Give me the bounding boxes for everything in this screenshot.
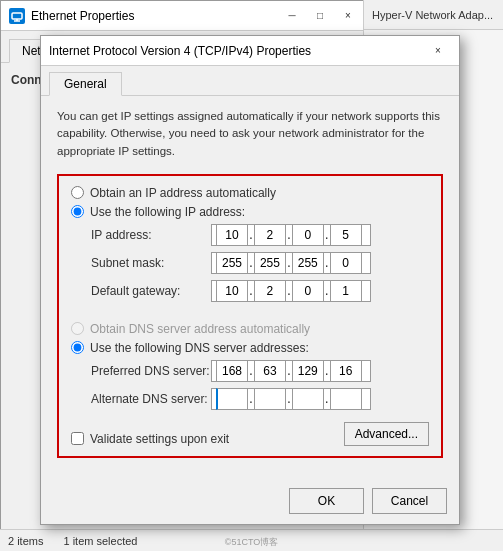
auto-ip-label[interactable]: Obtain an IP address automatically	[90, 186, 276, 200]
gateway-label: Default gateway:	[91, 284, 211, 298]
ipv4-properties-dialog: Internet Protocol Version 4 (TCP/IPv4) P…	[40, 35, 460, 525]
subnet-a-field[interactable]	[216, 252, 248, 274]
tab-general[interactable]: General	[49, 72, 122, 96]
alt-dns-c-field[interactable]	[292, 388, 324, 410]
pref-dns-b-field[interactable]	[254, 360, 286, 382]
preferred-dns-label: Preferred DNS server:	[91, 364, 211, 378]
dialog-buttons: OK Cancel	[289, 488, 447, 514]
ipv4-title-text: Internet Protocol Version 4 (TCP/IPv4) P…	[49, 44, 425, 58]
alt-dns-d-field[interactable]	[330, 388, 362, 410]
auto-ip-radio[interactable]	[71, 186, 84, 199]
ethernet-title-icon	[9, 8, 25, 24]
pref-dns-a-field[interactable]	[216, 360, 248, 382]
manual-ip-radio[interactable]	[71, 205, 84, 218]
ethernet-window-controls: ─ □ ×	[279, 7, 361, 25]
validate-label[interactable]: Validate settings upon exit	[90, 432, 229, 446]
subnet-c-field[interactable]	[292, 252, 324, 274]
ip-b-field[interactable]	[254, 224, 286, 246]
watermark: ©51CTO博客	[0, 536, 503, 549]
pref-dns-c-field[interactable]	[292, 360, 324, 382]
manual-ip-label[interactable]: Use the following IP address:	[90, 205, 245, 219]
gateway-b-field[interactable]	[254, 280, 286, 302]
ethernet-title-text: Ethernet Properties	[31, 9, 279, 23]
subnet-d-field[interactable]	[330, 252, 362, 274]
ipv4-close-button[interactable]: ×	[425, 42, 451, 60]
ethernet-minimize-button[interactable]: ─	[279, 7, 305, 25]
manual-ip-radio-item: Use the following IP address:	[71, 205, 429, 219]
gateway-d-field[interactable]	[330, 280, 362, 302]
gateway-input-group[interactable]: . . .	[211, 280, 371, 302]
advanced-button[interactable]: Advanced...	[344, 422, 429, 446]
ip-d-field[interactable]	[330, 224, 362, 246]
preferred-dns-row: Preferred DNS server: . . .	[71, 360, 429, 382]
divider	[71, 308, 429, 318]
ipv4-content: You can get IP settings assigned automat…	[41, 96, 459, 480]
subnet-mask-row: Subnet mask: . . .	[71, 252, 429, 274]
validate-checkbox[interactable]	[71, 432, 84, 445]
gateway-row: Default gateway: . . .	[71, 280, 429, 302]
manual-dns-radio-item: Use the following DNS server addresses:	[71, 341, 429, 355]
alternate-dns-input-group[interactable]: . . .	[211, 388, 371, 410]
subnet-b-field[interactable]	[254, 252, 286, 274]
ip-address-label: IP address:	[91, 228, 211, 242]
ipv4-titlebar: Internet Protocol Version 4 (TCP/IPv4) P…	[41, 36, 459, 66]
hyperv-title-text: Hyper-V Network Adap...	[372, 9, 493, 21]
auto-ip-radio-item: Obtain an IP address automatically	[71, 186, 429, 200]
ip-c-field[interactable]	[292, 224, 324, 246]
ip-a-field[interactable]	[216, 224, 248, 246]
manual-dns-radio[interactable]	[71, 341, 84, 354]
auto-dns-radio-item: Obtain DNS server address automatically	[71, 322, 429, 336]
ok-button[interactable]: OK	[289, 488, 364, 514]
alternate-dns-label: Alternate DNS server:	[91, 392, 211, 406]
ip-address-row: IP address: . . .	[71, 224, 429, 246]
ethernet-titlebar: Ethernet Properties ─ □ ×	[1, 1, 369, 31]
manual-dns-label[interactable]: Use the following DNS server addresses:	[90, 341, 309, 355]
alt-dns-a-field[interactable]	[216, 388, 248, 410]
ip-address-input-group[interactable]: . . .	[211, 224, 371, 246]
ip-settings-section: Obtain an IP address automatically Use t…	[57, 174, 443, 458]
svg-rect-0	[12, 13, 22, 19]
description-text: You can get IP settings assigned automat…	[57, 108, 443, 160]
ethernet-maximize-button[interactable]: □	[307, 7, 333, 25]
alternate-dns-row: Alternate DNS server: . . .	[71, 388, 429, 410]
ethernet-close-button[interactable]: ×	[335, 7, 361, 25]
dns-section: Obtain DNS server address automatically …	[71, 322, 429, 410]
cancel-button[interactable]: Cancel	[372, 488, 447, 514]
alt-dns-b-field[interactable]	[254, 388, 286, 410]
auto-dns-label[interactable]: Obtain DNS server address automatically	[90, 322, 310, 336]
ipv4-tabs: General	[41, 66, 459, 96]
auto-dns-radio[interactable]	[71, 322, 84, 335]
subnet-mask-input-group[interactable]: . . .	[211, 252, 371, 274]
preferred-dns-input-group[interactable]: . . .	[211, 360, 371, 382]
gateway-a-field[interactable]	[216, 280, 248, 302]
subnet-mask-label: Subnet mask:	[91, 256, 211, 270]
hyperv-titlebar: Hyper-V Network Adap...	[364, 0, 503, 30]
pref-dns-d-field[interactable]	[330, 360, 362, 382]
ipv4-window-controls: ×	[425, 42, 451, 60]
gateway-c-field[interactable]	[292, 280, 324, 302]
validate-row: Validate settings upon exit	[71, 432, 229, 446]
